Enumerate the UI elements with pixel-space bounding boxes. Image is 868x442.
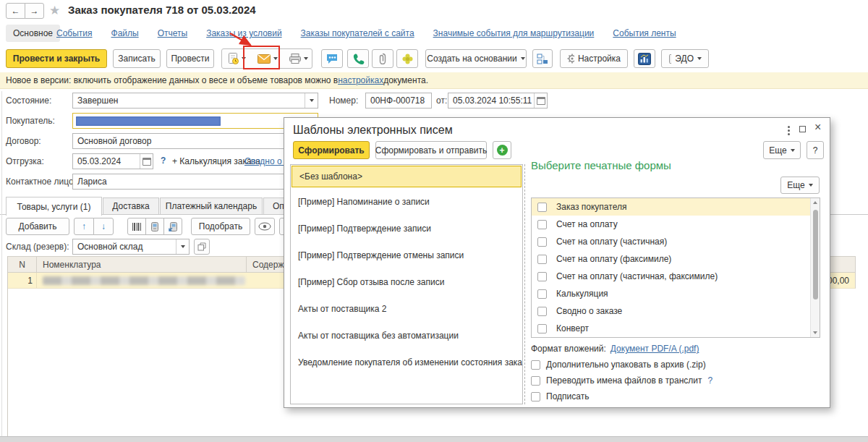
attachments-button[interactable] — [372, 49, 393, 68]
arrow-down-icon: ↓ — [101, 221, 106, 231]
translit-checkbox-row[interactable]: Переводить имена файлов в транслит ? — [531, 375, 712, 386]
tab-routing-events[interactable]: Значимые события для маршрутизации — [433, 28, 595, 38]
tab-delivery[interactable]: Доставка — [103, 197, 159, 215]
zip-checkbox-row[interactable]: Дополнительно упаковать в архив (.zip) — [531, 360, 706, 370]
print-forms-more-button[interactable]: Еще — [780, 177, 820, 194]
template-item[interactable]: [Пример] Подтверждение отмены записи — [291, 242, 522, 268]
template-item[interactable]: [Пример] Сбор отзыва после записи — [291, 268, 522, 295]
generate-button[interactable]: Сформировать — [293, 141, 370, 159]
checkbox[interactable] — [537, 307, 547, 316]
checkbox[interactable] — [537, 203, 547, 212]
checkbox[interactable] — [531, 360, 540, 370]
help-button[interactable]: ? — [807, 141, 824, 159]
shipment-date-input[interactable]: 05.03.2024 — [72, 153, 153, 169]
contact-input[interactable]: Лариса — [72, 174, 318, 190]
translit-help-icon[interactable]: ? — [708, 375, 713, 386]
open-warehouse-button[interactable] — [194, 239, 210, 255]
favorite-star-icon[interactable]: ★ — [49, 3, 60, 18]
dialog-more-button[interactable]: Еще — [763, 141, 801, 159]
state-combo[interactable]: Завершен — [72, 93, 318, 109]
create-file-menu-button[interactable] — [222, 49, 252, 68]
call-button[interactable] — [347, 49, 369, 68]
tab-files[interactable]: Файлы — [111, 28, 139, 38]
print-form-row[interactable]: Счет на оплату (частичная) — [532, 233, 812, 250]
print-form-row[interactable]: Счет на оплату (частичная, факсимиле) — [532, 268, 812, 285]
print-form-row[interactable]: Конверт — [532, 320, 812, 337]
print-form-row[interactable]: Заказ покупателя — [532, 198, 812, 216]
barcode-scan-button[interactable] — [127, 218, 146, 235]
paperclip-icon — [378, 53, 387, 64]
maximize-icon[interactable] — [799, 126, 806, 132]
edo-button[interactable]: ЭДО — [661, 49, 709, 68]
tab-site-orders[interactable]: Заказы покупателей с сайта — [301, 28, 414, 38]
checkbox[interactable] — [537, 289, 547, 299]
tab-orders-from-conditions[interactable]: Заказы из условий — [206, 28, 281, 38]
date-input[interactable]: 05.03.2024 10:55:11 — [448, 93, 548, 109]
settings-button[interactable]: Настройка — [560, 49, 628, 68]
warehouse-combo[interactable]: Основной склад — [72, 239, 190, 255]
tab-main[interactable]: Основное — [6, 25, 60, 42]
template-item[interactable]: [Пример] Подтверждение записи — [291, 215, 522, 242]
checkbox[interactable] — [537, 220, 547, 229]
scroll-down-icon[interactable] — [813, 331, 817, 334]
move-down-button[interactable]: ↓ — [93, 218, 114, 235]
checkbox[interactable] — [537, 324, 547, 333]
print-forms-scrollbar[interactable] — [810, 198, 820, 337]
post-and-close-button[interactable]: Провести и закрыть — [6, 49, 107, 68]
template-item[interactable]: Акты от поставщика без автоматизации — [291, 322, 522, 349]
template-item[interactable]: [Пример] Напоминание о записи — [291, 188, 522, 215]
template-item-selected[interactable]: <Без шаблона> — [292, 166, 522, 187]
customer-combo[interactable] — [72, 113, 318, 129]
scrollbar-thumb[interactable] — [813, 210, 818, 299]
print-form-row[interactable]: Сводно о заказе — [532, 302, 812, 320]
discussion-button[interactable] — [321, 49, 343, 68]
close-icon[interactable]: × — [814, 121, 821, 134]
tab-payment-calendar[interactable]: Платежный календарь — [160, 197, 263, 215]
print-form-row[interactable]: Калькуляция — [532, 285, 812, 302]
template-item[interactable]: Уведомление покупателя об изменении сост… — [291, 349, 522, 375]
monitor-button[interactable] — [634, 49, 655, 68]
checkbox[interactable] — [531, 392, 540, 401]
shipment-help-icon[interactable]: ? — [161, 156, 166, 166]
scroll-up-icon[interactable] — [813, 201, 817, 204]
panel-splitter[interactable] — [524, 164, 525, 404]
view-button[interactable] — [255, 218, 275, 235]
page-title: Заказ покупателя 718 от 05.03.2024 — [68, 4, 256, 16]
history-forward-button[interactable]: → — [25, 3, 44, 19]
add-template-button[interactable]: + — [493, 141, 511, 159]
data-terminal-load-button[interactable] — [145, 218, 164, 235]
sign-checkbox-row[interactable]: Подписать — [531, 391, 589, 401]
data-terminal-unload-button[interactable] — [163, 218, 182, 235]
dialog-more-icon[interactable] — [786, 124, 791, 137]
print-form-row[interactable]: Счет на оплату (факсимиле) — [532, 250, 812, 268]
tab-events[interactable]: События — [56, 28, 93, 38]
create-based-on-button[interactable]: Создать на основании — [425, 49, 527, 68]
move-up-button[interactable]: ↑ — [74, 218, 94, 235]
generate-and-send-button[interactable]: Сформировать и отправить — [375, 141, 487, 159]
structure-button[interactable] — [532, 49, 553, 68]
dropdown-caret — [181, 245, 185, 248]
post-button[interactable]: Провести — [166, 49, 214, 68]
contract-combo[interactable]: Основной договор — [72, 133, 318, 149]
pick-items-button[interactable]: Подобрать — [191, 218, 250, 235]
checkbox[interactable] — [537, 237, 547, 247]
tab-goods-services[interactable]: Товары, услуги (1) — [6, 197, 102, 216]
banner-settings-link[interactable]: настройках — [338, 75, 383, 85]
tab-feed-events[interactable]: События ленты — [613, 28, 676, 38]
checkbox[interactable] — [537, 255, 547, 264]
checkbox[interactable] — [531, 376, 540, 386]
print-form-row[interactable]: Счет на оплату — [532, 216, 812, 233]
template-item[interactable]: Акты от поставщика 2 — [291, 295, 522, 322]
print-form-label: Счет на оплату (частичная, факсимиле) — [556, 271, 718, 281]
print-menu-button[interactable] — [284, 49, 314, 68]
discuss-flower-button[interactable] — [396, 49, 418, 68]
save-button[interactable]: Записать — [113, 49, 161, 68]
number-input[interactable]: 00НФ-000718 — [365, 93, 432, 109]
send-email-menu-button[interactable] — [252, 49, 284, 68]
checkbox[interactable] — [537, 272, 547, 281]
attachment-format-link[interactable]: Документ PDF/A (.pdf) — [610, 344, 699, 354]
add-row-button[interactable]: Добавить — [6, 218, 69, 235]
print-form-label: Заказ покупателя — [556, 202, 626, 212]
history-back-button[interactable]: ← — [6, 3, 25, 19]
tab-reports[interactable]: Отчеты — [158, 28, 187, 38]
